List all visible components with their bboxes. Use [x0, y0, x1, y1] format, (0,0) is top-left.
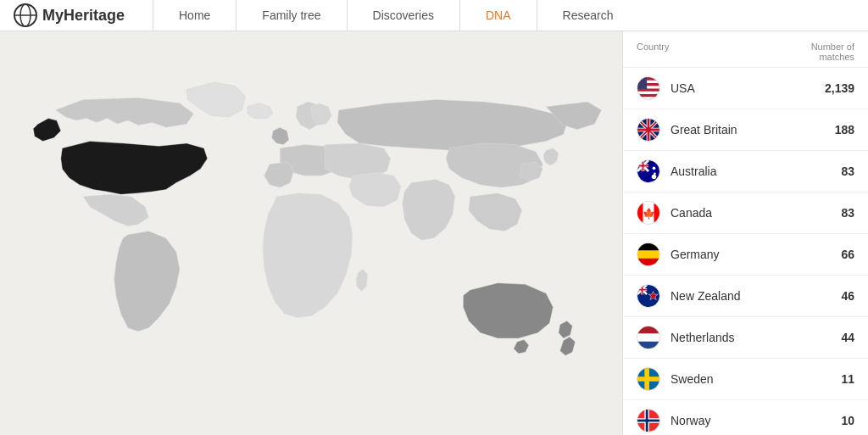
svg-point-26: [652, 175, 657, 180]
flag-gb: [637, 118, 660, 142]
match-count-usa: 2,139: [825, 81, 854, 95]
logo-area: MyHeritage: [0, 3, 153, 27]
country-name-usa: USA: [670, 81, 825, 95]
country-name-nz: New Zealand: [670, 289, 841, 303]
match-count-au: 83: [841, 165, 854, 178]
col-country-label: Country: [637, 42, 670, 62]
header: MyHeritage Home Family tree Discoveries …: [0, 0, 868, 31]
flag-no: [637, 409, 660, 432]
country-name-au: Australia: [670, 165, 841, 178]
match-count-gb: 188: [835, 123, 854, 137]
list-item-usa[interactable]: USA2,139: [623, 68, 868, 109]
country-name-gb: Great Britain: [670, 123, 835, 137]
match-count-nz: 46: [841, 289, 854, 303]
country-name-se: Sweden: [670, 372, 841, 386]
logo-text: MyHeritage: [42, 7, 125, 25]
world-map: [0, 31, 622, 435]
svg-rect-50: [646, 410, 648, 432]
match-count-ca: 83: [841, 206, 854, 220]
svg-rect-7: [637, 92, 659, 94]
country-list[interactable]: USA2,139 Great Britain188 Australia83 🍁 …: [623, 68, 868, 435]
svg-rect-8: [637, 97, 659, 99]
list-item-nz[interactable]: New Zealand46: [623, 276, 868, 317]
svg-point-28: [654, 172, 656, 175]
flag-usa: [637, 76, 660, 100]
list-item-nl[interactable]: Netherlands44: [623, 317, 868, 359]
country-name-ca: Canada: [670, 206, 841, 220]
svg-rect-9: [637, 77, 647, 89]
nav-home[interactable]: Home: [153, 0, 236, 31]
col-matches-label: Number of matches: [787, 42, 854, 62]
main-content: Country Number of matches USA2,139 Great…: [0, 31, 868, 435]
flag-au: [637, 159, 660, 183]
match-count-de: 66: [841, 248, 854, 261]
list-item-gb[interactable]: Great Britain188: [623, 109, 868, 151]
sidebar: Country Number of matches USA2,139 Great…: [622, 31, 868, 435]
svg-text:🍁: 🍁: [643, 207, 656, 220]
list-item-au[interactable]: Australia83: [623, 151, 868, 192]
logo-icon: [14, 3, 37, 27]
match-count-se: 11: [841, 372, 854, 386]
sidebar-header: Country Number of matches: [623, 31, 868, 68]
flag-nz: [637, 284, 660, 308]
map-area: [0, 31, 622, 435]
match-count-no: 10: [841, 414, 854, 427]
country-name-no: Norway: [670, 414, 841, 427]
svg-point-27: [653, 166, 656, 170]
svg-rect-49: [637, 420, 659, 422]
match-count-nl: 44: [841, 331, 854, 344]
flag-ca: 🍁: [637, 201, 660, 225]
country-name-de: Germany: [670, 248, 841, 261]
list-item-ca[interactable]: 🍁 Canada83: [623, 192, 868, 234]
flag-se: [637, 367, 660, 391]
flag-de: [637, 243, 660, 266]
main-nav: Home Family tree Discoveries DNA Researc…: [153, 0, 868, 31]
svg-rect-45: [644, 368, 649, 390]
country-name-nl: Netherlands: [670, 331, 841, 344]
nav-research[interactable]: Research: [537, 0, 639, 31]
nav-discoveries[interactable]: Discoveries: [347, 0, 459, 31]
nav-family-tree[interactable]: Family tree: [236, 0, 346, 31]
list-item-no[interactable]: Norway10: [623, 400, 868, 435]
nav-dna[interactable]: DNA: [459, 0, 537, 31]
flag-nl: [637, 326, 660, 349]
list-item-se[interactable]: Sweden11: [623, 359, 868, 400]
list-item-de[interactable]: Germany66: [623, 234, 868, 276]
